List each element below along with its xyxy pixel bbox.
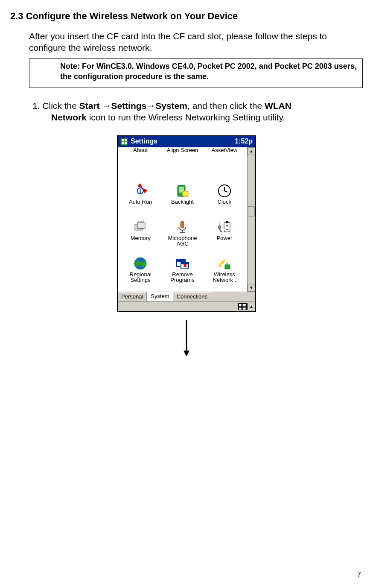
intro-paragraph: After you insert the CF card into the CF… — [29, 30, 363, 54]
clock-icon — [217, 184, 232, 198]
settings-icon-align-screen[interactable]: Align Screen — [161, 147, 203, 183]
settings-icon-power[interactable]: +−Power — [204, 220, 245, 255]
window-title: Settings — [131, 137, 157, 146]
scroll-up-button[interactable]: ▲ — [248, 147, 255, 155]
step-text: 1. Click the — [32, 101, 79, 111]
arrow-icon: → — [146, 101, 155, 111]
settings-icon-clock[interactable]: Clock — [204, 184, 245, 219]
remove-icon: ✖ — [175, 256, 189, 271]
svg-rect-25 — [181, 221, 184, 228]
icon-label: Backlight — [171, 199, 194, 205]
svg-point-41 — [219, 265, 221, 267]
tab-connections[interactable]: Connections — [173, 292, 211, 301]
bottom-bar: ▲ — [118, 301, 255, 311]
svg-text:−: − — [225, 226, 228, 232]
step-1: 1. Click the Start →Settings→System, and… — [42, 100, 363, 123]
svg-line-14 — [187, 196, 188, 197]
svg-rect-39 — [225, 265, 230, 269]
tab-personal[interactable]: Personal — [118, 292, 147, 301]
scroll-thumb[interactable] — [248, 206, 255, 216]
settings-icon-wireless-network-[interactable]: Wireless Network . — [204, 256, 245, 292]
note-box: Note: For WinCE3.0, Windows CE4.0, Pocke… — [29, 59, 363, 88]
autorun-icon: i — [133, 184, 148, 198]
svg-rect-4 — [125, 142, 127, 144]
svg-rect-35 — [177, 260, 185, 262]
settings-icon-assetview[interactable]: AssetView — [204, 147, 245, 183]
icon-grid: AboutAlign ScreenAssetViewiAuto RunBackl… — [118, 147, 247, 292]
icon-label: Auto Run — [129, 199, 152, 205]
step-text: icon to run the Wireless Networking Sett… — [87, 112, 285, 122]
screenshot-container: Settings 1:52p AboutAlign ScreenAssetVie… — [10, 135, 363, 363]
settings-icon — [120, 138, 128, 146]
icon-label: Clock — [218, 199, 232, 205]
settings-icon-about[interactable]: About — [119, 147, 161, 183]
settings-icon-backlight[interactable]: Backlight — [161, 184, 203, 219]
icon-label: Remove Programs — [170, 272, 194, 283]
settings-icon-microphone-agc[interactable]: Microphone AGC — [161, 220, 203, 255]
icon-label: Regional Settings — [130, 272, 152, 283]
backlight-icon — [175, 184, 189, 198]
step-bold-wlan: WLAN — [265, 101, 291, 111]
section-heading: 2.3 Configure the Wireless Network on Yo… — [10, 10, 363, 23]
icon-label: Power — [216, 235, 232, 241]
step-text: , and then click the — [187, 101, 265, 111]
step-bold-system: System — [155, 101, 187, 111]
svg-rect-2 — [125, 139, 127, 141]
tab-system[interactable]: System — [147, 292, 173, 301]
icon-label: Wireless Network . — [213, 272, 236, 283]
step-bold-settings: Settings — [111, 101, 146, 111]
svg-line-13 — [187, 191, 188, 192]
scrollbar[interactable]: ▲ ▼ — [247, 147, 255, 292]
settings-icon-auto-run[interactable]: iAuto Run — [119, 184, 161, 219]
clock-text: 1:52p — [235, 137, 253, 146]
down-arrow-icon — [183, 320, 190, 359]
step-bold-network: Network — [51, 112, 87, 122]
icon-label: Memory — [131, 235, 151, 241]
settings-icon-memory[interactable]: Memory — [119, 220, 161, 255]
arrow-icon: → — [102, 101, 111, 111]
sip-up-icon[interactable]: ▲ — [249, 304, 254, 309]
step-bold-start: Start — [79, 101, 102, 111]
icon-label: Microphone AGC — [168, 235, 197, 247]
mic-icon — [175, 220, 189, 234]
scroll-down-button[interactable]: ▼ — [248, 284, 255, 292]
settings-icon-remove-programs[interactable]: ✖Remove Programs — [161, 256, 203, 292]
svg-point-10 — [182, 191, 188, 197]
title-bar: Settings 1:52p — [118, 136, 255, 147]
memory-icon — [133, 220, 148, 234]
svg-rect-3 — [122, 142, 124, 144]
scroll-track[interactable] — [248, 155, 255, 284]
svg-rect-1 — [122, 139, 124, 141]
power-icon: +− — [217, 220, 232, 234]
keyboard-icon[interactable] — [238, 303, 248, 310]
icon-label: AssetView — [212, 147, 237, 153]
icon-label: About — [133, 147, 148, 153]
tab-row: PersonalSystemConnections — [118, 292, 255, 301]
svg-rect-40 — [227, 262, 227, 265]
globe-icon — [133, 256, 148, 271]
svg-text:✖: ✖ — [183, 263, 187, 268]
wifi-icon — [217, 256, 232, 271]
content-area: AboutAlign ScreenAssetViewiAuto RunBackl… — [118, 147, 255, 292]
settings-window: Settings 1:52p AboutAlign ScreenAssetVie… — [117, 135, 256, 312]
svg-marker-43 — [184, 351, 189, 357]
icon-label: Align Screen — [167, 147, 198, 153]
settings-icon-regional-settings[interactable]: Regional Settings — [119, 256, 161, 292]
svg-rect-19 — [137, 222, 145, 228]
